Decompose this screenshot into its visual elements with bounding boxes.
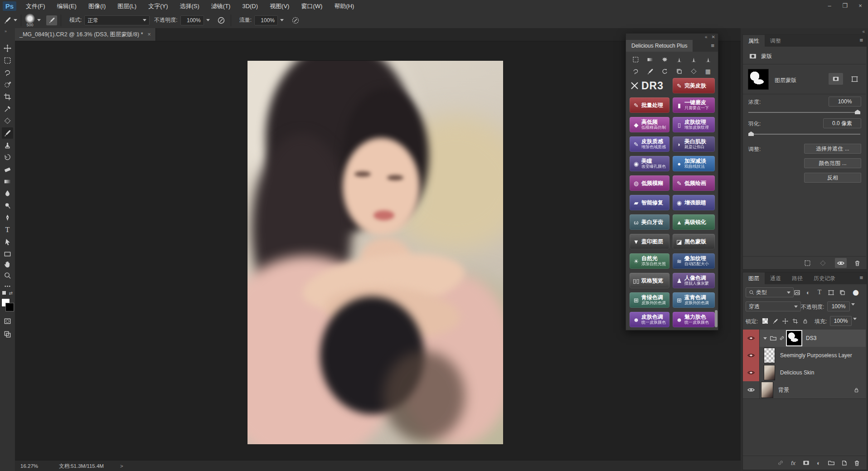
tool-preset-picker[interactable] [4, 16, 17, 24]
mask-visibility-icon[interactable] [835, 258, 847, 268]
dr-button-teal-tone[interactable]: ⊞青绿色调皮肤外的色调 [630, 292, 669, 308]
menu-window[interactable]: 窗口(W) [295, 0, 328, 12]
tool-eraser[interactable] [2, 164, 13, 175]
tool-zoom[interactable] [2, 270, 13, 281]
dr-button-smart-repair[interactable]: ▰智能修复 [630, 195, 669, 210]
minimize-button[interactable]: – [822, 0, 837, 12]
new-group-icon[interactable] [825, 458, 837, 468]
dr-button-batch-process[interactable]: ✎批量处理 [630, 97, 669, 113]
dr-duplicate-icon[interactable] [674, 67, 684, 75]
apply-mask-icon[interactable] [817, 258, 829, 268]
tool-pen[interactable] [2, 212, 13, 223]
dr-panel-tab[interactable]: Delicious Retouch Plus [626, 40, 693, 52]
tool-lasso[interactable] [2, 67, 13, 78]
dr-refresh-icon[interactable] [659, 67, 669, 75]
dr-lasso-icon[interactable] [630, 67, 640, 75]
layer-thumbnail[interactable] [761, 382, 773, 398]
layer-thumbnail[interactable] [764, 365, 775, 380]
tab-adjustments[interactable]: 调整 [765, 35, 786, 47]
blend-mode-select[interactable]: 穿透 [746, 301, 801, 311]
pen-pressure-opacity-icon[interactable] [215, 15, 227, 25]
layer-effects-icon[interactable]: fx [787, 458, 799, 468]
dr-button-enhance-eyes[interactable]: ◉增强眼睛 [673, 195, 715, 210]
lock-position-icon[interactable] [781, 316, 789, 326]
dr-button-low-freq-paint[interactable]: ✎低频绘画 [673, 175, 715, 191]
brush-preset-picker[interactable]: 500 [25, 14, 41, 27]
close-button[interactable]: × [853, 0, 868, 12]
lock-pixels-icon[interactable] [771, 316, 779, 326]
dr-button-advanced-sharpen[interactable]: ▲高级锐化 [673, 214, 715, 230]
adjustment-filter-icon[interactable]: ◐ [803, 287, 813, 297]
layer-visibility-eye-icon[interactable] [743, 364, 760, 381]
tool-eyedropper[interactable] [2, 103, 13, 115]
layer-row-background[interactable]: 背景 [743, 381, 866, 399]
dr-button-eye-color[interactable]: ◉美瞳改变瞳孔颜色 [630, 156, 669, 171]
dr-patch-icon[interactable] [689, 67, 698, 75]
type-filter-icon[interactable]: T [815, 287, 824, 297]
menu-file[interactable]: 文件(F) [20, 0, 51, 12]
panel-menu-icon[interactable]: ≡ [707, 40, 718, 51]
dr-button-whiten-teeth[interactable]: ω美白牙齿 [630, 214, 669, 230]
layer-thumbnail[interactable] [764, 348, 775, 363]
dr-button-dodge-burn[interactable]: ●加深减淡双曲线技法 [673, 156, 715, 171]
fill-input[interactable]: 100% [830, 316, 852, 326]
layer-filter-select[interactable]: 类型 [746, 287, 794, 297]
toggle-brush-panel-button[interactable] [46, 15, 57, 25]
menu-select[interactable]: 选择(S) [174, 0, 205, 12]
dr-button-one-click-smooth[interactable]: ▮一键磨皮只需要点一下 [673, 97, 715, 113]
dr-button-blue-tone[interactable]: ⊞蓝青色调皮肤外的色调 [673, 292, 715, 308]
document-tab[interactable]: _MG_0849(1).CR2 @ 16.3% (DS3, 图层蒙版/8) * … [15, 28, 156, 41]
add-mask-icon[interactable] [800, 458, 812, 468]
dr-button-perfect-skin[interactable]: ✎完美皮肤 [673, 78, 715, 93]
dr-button-whiten-skin[interactable]: ◗美白肌肤就是让你白 [673, 136, 715, 152]
layer-row-seemingly-purposeless[interactable]: Seemingly Purposeless Layer [743, 347, 866, 364]
tool-clone-stamp[interactable] [2, 140, 13, 151]
color-range-button[interactable]: 颜色范围 ... [804, 158, 861, 168]
filter-toggle-icon[interactable]: ⬤ [851, 287, 861, 297]
tab-channels[interactable]: 通道 [765, 272, 786, 284]
zoom-level[interactable]: 16.27% [20, 463, 38, 469]
dr-splash-icon[interactable] [659, 55, 669, 63]
layer-visibility-eye-icon[interactable] [743, 347, 760, 364]
tool-rectangular-marquee[interactable] [2, 55, 13, 66]
background-color-swatch[interactable] [5, 303, 14, 311]
dr-button-overlay-texture[interactable]: ≋叠加纹理自动匹配大小 [673, 253, 715, 269]
dr-gradient-icon[interactable] [645, 55, 655, 63]
restore-button[interactable]: ❐ [837, 0, 853, 12]
chevron-down-icon[interactable] [851, 303, 855, 306]
dr-button-portrait-tone[interactable]: ♟人像色调摆脱人像灰蒙 [673, 273, 715, 288]
pixel-filter-icon[interactable] [792, 287, 802, 297]
close-panel-icon[interactable]: ✕ [712, 34, 715, 39]
dr-button-skin-texture[interactable]: ▯皮肤纹理增加皮肤纹理 [673, 117, 715, 132]
screen-mode-button[interactable] [2, 329, 13, 340]
dr-mesh-icon[interactable]: ▦ [703, 67, 713, 75]
tab-layers[interactable]: 图层 [743, 272, 765, 284]
link-layers-icon[interactable] [775, 458, 786, 468]
load-selection-icon[interactable] [801, 258, 813, 268]
photo-canvas-image[interactable] [247, 61, 503, 444]
dr-brush-icon[interactable] [645, 67, 655, 75]
density-input[interactable]: 100% [829, 97, 861, 107]
layer-opacity-input[interactable]: 100% [827, 301, 850, 311]
layer-mask-thumbnail[interactable] [748, 69, 768, 89]
tool-crop[interactable] [2, 91, 13, 102]
tab-paths[interactable]: 路径 [786, 272, 808, 284]
document-tab-close-icon[interactable]: × [148, 31, 151, 38]
expand-group-chevron[interactable] [763, 337, 767, 340]
density-slider[interactable] [748, 112, 860, 113]
airbrush-icon[interactable] [289, 15, 301, 25]
invert-button[interactable]: 反相 [804, 173, 861, 183]
select-mask-button[interactable] [829, 73, 843, 85]
layer-row-delicious-skin[interactable]: Delicious Skin [743, 364, 866, 382]
tool-dodge[interactable] [2, 200, 13, 211]
tool-gradient[interactable] [2, 176, 13, 187]
new-layer-icon[interactable] [838, 458, 850, 468]
dr-curve-mid-icon[interactable] [689, 55, 698, 63]
dr-button-split-preview[interactable]: ▯▯双格预览 [630, 273, 669, 288]
dr-button-black-mask[interactable]: ◪黑色蒙版 [673, 234, 715, 249]
menu-3d[interactable]: 3D(D) [236, 0, 264, 12]
menu-help[interactable]: 帮助(H) [328, 0, 360, 12]
panel-menu-icon[interactable]: ≡ [856, 35, 867, 47]
tool-spot-healing-brush[interactable] [2, 115, 13, 126]
dr-button-low-freq-blur[interactable]: ◍低频模糊 [630, 175, 669, 191]
